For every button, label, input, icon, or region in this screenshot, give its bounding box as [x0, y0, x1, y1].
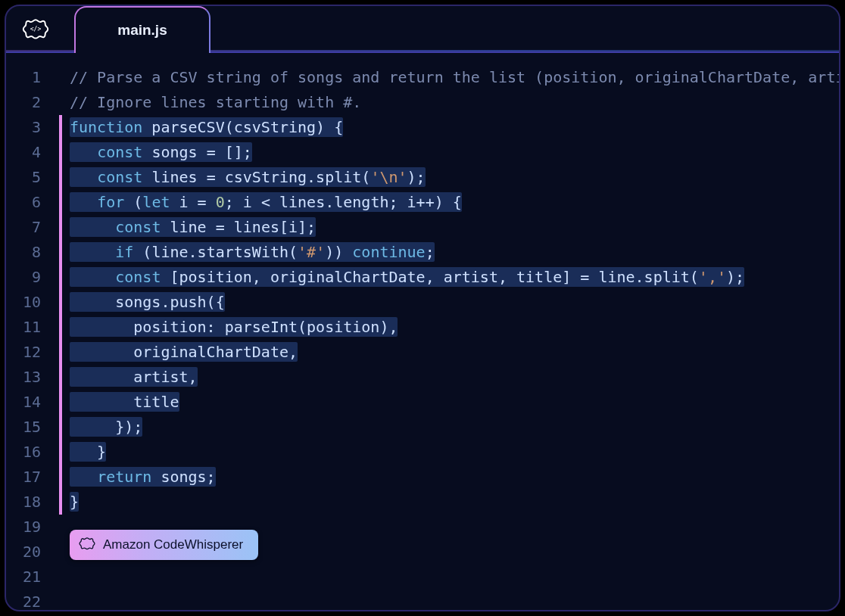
suggestion-indicator-bar: [59, 115, 62, 515]
line-number: 3: [6, 115, 41, 140]
code-line[interactable]: const [position, originalChartDate, arti…: [70, 265, 839, 290]
line-number: 14: [6, 390, 41, 415]
codewhisperer-icon: [79, 535, 95, 555]
file-tab[interactable]: main.js: [74, 6, 210, 53]
line-number: 16: [6, 440, 41, 465]
tab-bar: </> main.js: [6, 6, 839, 53]
tab-border-mask: [76, 51, 209, 54]
code-line[interactable]: artist,: [70, 365, 839, 390]
line-number: 10: [6, 290, 41, 315]
line-number: 21: [6, 565, 41, 590]
line-number: 18: [6, 490, 41, 515]
code-line[interactable]: const line = lines[i];: [70, 215, 839, 240]
code-line[interactable]: return songs;: [70, 465, 839, 490]
code-line[interactable]: [70, 565, 839, 590]
svg-text:</>: </>: [30, 25, 42, 33]
line-number: 15: [6, 415, 41, 440]
line-number: 20: [6, 540, 41, 565]
code-line[interactable]: songs.push({: [70, 290, 839, 315]
code-line[interactable]: [70, 590, 839, 611]
line-number: 6: [6, 190, 41, 215]
line-number: 2: [6, 90, 41, 115]
code-line[interactable]: if (line.startsWith('#')) continue;: [70, 240, 839, 265]
code-line[interactable]: }: [70, 440, 839, 465]
code-line[interactable]: const songs = [];: [70, 140, 839, 165]
line-number: 17: [6, 465, 41, 490]
code-line[interactable]: position: parseInt(position),: [70, 315, 839, 340]
code-line[interactable]: title: [70, 390, 839, 415]
line-number: 11: [6, 315, 41, 340]
code-line[interactable]: }: [70, 490, 839, 515]
app-logo-icon: </>: [21, 14, 50, 43]
line-number: 19: [6, 515, 41, 540]
code-line[interactable]: const lines = csvString.split('\n');: [70, 165, 839, 190]
code-line[interactable]: // Ignore lines starting with #.: [70, 90, 839, 115]
code-line[interactable]: originalChartDate,: [70, 340, 839, 365]
line-number: 4: [6, 140, 41, 165]
codewhisperer-badge[interactable]: Amazon CodeWhisperer: [70, 530, 258, 560]
code-line[interactable]: });: [70, 415, 839, 440]
editor-window: </> main.js 1234567891011121314151617181…: [5, 5, 840, 611]
code-area[interactable]: // Parse a CSV string of songs and retur…: [59, 65, 828, 610]
code-line[interactable]: // Parse a CSV string of songs and retur…: [70, 65, 839, 90]
code-line[interactable]: function parseCSV(csvString) {: [70, 115, 839, 140]
line-number: 13: [6, 365, 41, 390]
line-number-gutter: 12345678910111213141516171819202122: [6, 65, 47, 611]
line-number: 8: [6, 240, 41, 265]
line-number: 12: [6, 340, 41, 365]
codewhisperer-badge-label: Amazon CodeWhisperer: [103, 537, 243, 552]
line-number: 7: [6, 215, 41, 240]
line-number: 5: [6, 165, 41, 190]
line-number: 9: [6, 265, 41, 290]
line-number: 1: [6, 65, 41, 90]
code-line[interactable]: for (let i = 0; i < lines.length; i++) {: [70, 190, 839, 215]
line-number: 22: [6, 590, 41, 611]
file-tab-label: main.js: [117, 22, 167, 39]
code-editor[interactable]: 12345678910111213141516171819202122 // P…: [6, 65, 839, 610]
